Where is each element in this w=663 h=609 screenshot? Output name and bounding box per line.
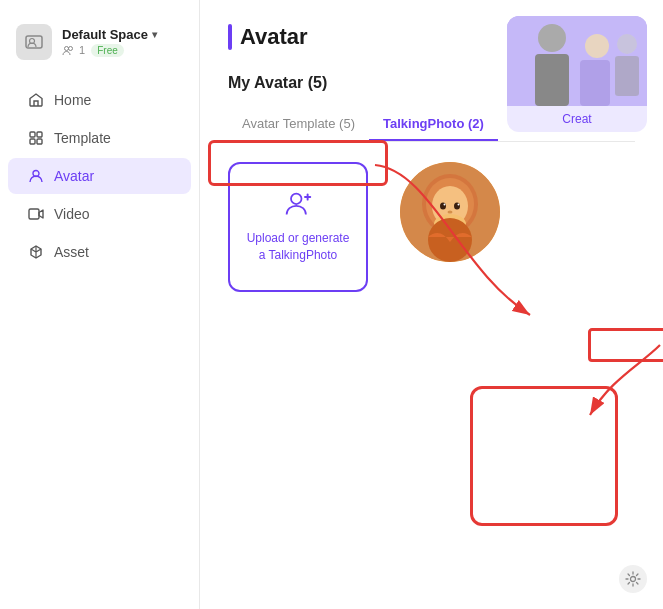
sidebar-item-template[interactable]: Template [8,120,191,156]
workspace-avatar-icon [16,24,52,60]
svg-point-11 [538,24,566,52]
svg-rect-6 [30,139,35,144]
plan-badge: Free [91,44,124,57]
sidebar-item-avatar-label: Avatar [54,168,94,184]
cards-row: Upload or generate a TalkingPhoto [228,162,635,292]
sidebar-item-video-label: Video [54,206,90,222]
svg-rect-14 [580,60,610,106]
template-icon [28,130,44,146]
sidebar-nav: Home Template Avatar [0,80,199,272]
svg-point-28 [448,211,453,214]
svg-point-31 [631,577,636,582]
svg-rect-16 [615,56,639,96]
sidebar-item-video[interactable]: Video [8,196,191,232]
photo-card-container [400,162,500,262]
svg-point-2 [65,47,69,51]
svg-rect-4 [30,132,35,137]
sidebar-item-asset-label: Asset [54,244,89,260]
create-avatar-card[interactable]: Creat [507,16,647,132]
workspace-info: Default Space ▾ 1 Free [62,27,157,57]
sidebar-item-home[interactable]: Home [8,82,191,118]
home-icon [28,92,44,108]
svg-point-13 [585,34,609,58]
sidebar-item-asset[interactable]: Asset [8,234,191,270]
svg-rect-12 [535,54,569,106]
avatar-icon [28,168,44,184]
svg-point-25 [454,203,460,210]
annotation-box-tab [588,328,663,362]
svg-point-24 [440,203,446,210]
sidebar-item-home-label: Home [54,92,91,108]
workspace-name: Default Space ▾ [62,27,157,42]
create-label: Creat [507,106,647,132]
upload-person-icon [284,190,312,222]
talking-photo-card[interactable] [400,162,500,262]
workspace-meta: 1 Free [62,44,157,57]
workspace-header[interactable]: Default Space ▾ 1 Free [0,16,199,80]
workspace-members: 1 [62,44,85,57]
create-card-image [507,16,647,106]
video-icon [28,206,44,222]
svg-rect-7 [37,139,42,144]
asset-icon [28,244,44,260]
svg-point-26 [444,204,446,206]
annotation-box-upload [470,386,618,526]
upload-card[interactable]: Upload or generate a TalkingPhoto [228,162,368,292]
sidebar-item-avatar[interactable]: Avatar [8,158,191,194]
svg-point-3 [69,47,73,51]
svg-point-27 [458,204,460,206]
settings-icon[interactable] [619,565,647,593]
svg-point-17 [291,194,302,205]
main-content: Avatar Creat My Avatar (5) [200,0,663,609]
chevron-down-icon: ▾ [152,29,157,40]
tab-talking-photo[interactable]: TalkingPhoto (2) [369,108,498,141]
upload-label: Upload or generate a TalkingPhoto [247,230,350,264]
sidebar-item-template-label: Template [54,130,111,146]
tab-avatar-template[interactable]: Avatar Template (5) [228,108,369,141]
svg-rect-9 [29,209,39,219]
sidebar: Default Space ▾ 1 Free Home [0,0,200,609]
svg-rect-5 [37,132,42,137]
svg-point-15 [617,34,637,54]
